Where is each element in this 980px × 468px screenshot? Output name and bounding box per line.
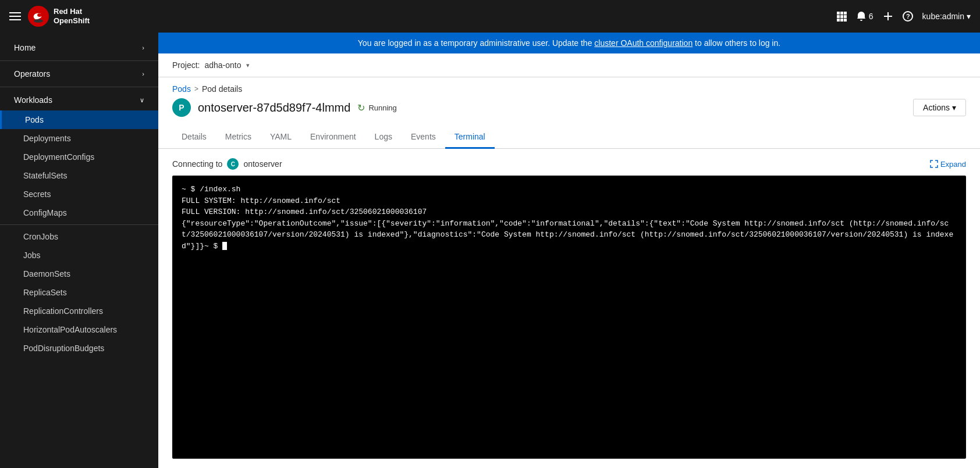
top-nav-right: 6 ? kube:admin ▾	[836, 11, 971, 22]
grid-icon	[836, 11, 847, 22]
sidebar-item-secrets[interactable]: Secrets	[0, 185, 158, 203]
svg-point-1	[34, 19, 43, 23]
svg-rect-2	[837, 12, 840, 15]
sidebar-item-home[interactable]: Home ›	[0, 37, 158, 58]
status-badge: ↻ Running	[357, 102, 396, 113]
pod-icon: P	[172, 98, 191, 117]
svg-rect-6	[840, 15, 843, 18]
sidebar-item-poddisruptionbudgets[interactable]: PodDisruptionBudgets	[0, 339, 158, 358]
info-banner: You are logged in as a temporary adminis…	[158, 33, 980, 53]
svg-rect-8	[837, 19, 840, 22]
help-icon: ?	[903, 11, 913, 22]
expand-button[interactable]: Expand	[930, 160, 966, 169]
terminal-line-3: FULL VERSION: http://snomed.info/sct/325…	[182, 206, 957, 218]
hamburger-menu[interactable]	[9, 12, 21, 20]
breadcrumb-separator: >	[194, 85, 198, 93]
terminal-line-1: ~ $ /index.sh	[182, 184, 957, 195]
sidebar-item-deploymentconfigs[interactable]: DeploymentConfigs	[0, 148, 158, 166]
notifications-button[interactable]: 6	[856, 11, 874, 22]
plus-icon	[883, 11, 893, 22]
svg-rect-10	[844, 19, 847, 22]
sidebar-item-horizontalpodautoscalers[interactable]: HorizontalPodAutoscalers	[0, 320, 158, 339]
page-title-bar: P ontoserver-87d5d89f7-4lmmd ↻ Running A…	[158, 94, 980, 126]
sidebar-item-replicasets[interactable]: ReplicaSets	[0, 283, 158, 302]
logo-text: Red Hat OpenShift	[54, 7, 90, 25]
tab-terminal[interactable]: Terminal	[445, 126, 495, 149]
sidebar-item-pods[interactable]: Pods	[0, 110, 158, 129]
svg-rect-4	[844, 12, 847, 15]
breadcrumb-current: Pod details	[202, 84, 242, 94]
svg-rect-7	[844, 15, 847, 18]
terminal-cursor	[222, 242, 227, 250]
redhat-logo-icon	[28, 6, 49, 27]
sidebar-item-workloads[interactable]: Workloads ∨	[0, 90, 158, 110]
terminal-line-2: FULL SYSTEM: http://snomed.info/sct	[182, 195, 957, 207]
bell-icon	[856, 11, 867, 22]
sidebar-item-operators[interactable]: Operators ›	[0, 63, 158, 84]
project-name: adha-onto	[204, 60, 241, 70]
terminal-section: Connecting to C ontoserver Expand ~ $ /i…	[158, 149, 980, 468]
sidebar-item-daemonsets[interactable]: DaemonSets	[0, 265, 158, 283]
home-chevron-icon: ›	[142, 44, 144, 51]
sidebar: Home › Operators › Workloads ∨ Pods Depl…	[0, 33, 158, 468]
actions-dropdown-icon: ▾	[952, 103, 956, 112]
workloads-chevron-icon: ∨	[140, 97, 144, 104]
breadcrumb-pods-link[interactable]: Pods	[172, 84, 191, 94]
running-refresh-icon: ↻	[357, 102, 365, 113]
top-navigation: Red Hat OpenShift 6 ?	[0, 0, 980, 33]
help-button[interactable]: ?	[903, 11, 913, 22]
content-area: You are logged in as a temporary adminis…	[158, 33, 980, 468]
project-dropdown-icon[interactable]: ▾	[246, 62, 250, 69]
status-text: Running	[368, 103, 396, 112]
svg-point-0	[28, 6, 49, 27]
operators-chevron-icon: ›	[142, 70, 144, 77]
tab-yaml[interactable]: YAML	[261, 126, 301, 149]
redhat-logo: Red Hat OpenShift	[28, 6, 90, 27]
tab-metrics[interactable]: Metrics	[216, 126, 261, 149]
tab-environment[interactable]: Environment	[301, 126, 365, 149]
grid-menu-button[interactable]	[836, 11, 847, 22]
tab-events[interactable]: Events	[402, 126, 445, 149]
user-menu[interactable]: kube:admin ▾	[922, 12, 971, 21]
terminal-line-4: {"resourceType":"OperationOutcome","issu…	[182, 218, 957, 252]
container-name: ontoserver	[243, 159, 282, 169]
svg-rect-5	[837, 15, 840, 18]
sidebar-item-statefulsets[interactable]: StatefulSets	[0, 166, 158, 185]
tabs-bar: Details Metrics YAML Environment Logs Ev…	[158, 126, 980, 149]
svg-rect-3	[840, 12, 843, 15]
svg-text:?: ?	[906, 13, 910, 20]
terminal-window[interactable]: ~ $ /index.sh FULL SYSTEM: http://snomed…	[172, 176, 966, 459]
sidebar-item-configmaps[interactable]: ConfigMaps	[0, 203, 158, 222]
sidebar-item-deployments[interactable]: Deployments	[0, 129, 158, 148]
tab-details[interactable]: Details	[172, 126, 216, 149]
sidebar-item-cronjobs[interactable]: CronJobs	[0, 227, 158, 246]
tab-logs[interactable]: Logs	[365, 126, 402, 149]
connecting-bar: Connecting to C ontoserver Expand	[172, 158, 966, 170]
sidebar-item-jobs[interactable]: Jobs	[0, 246, 158, 265]
container-icon: C	[227, 158, 239, 170]
oauth-config-link[interactable]: cluster OAuth configuration	[594, 38, 693, 48]
svg-rect-9	[840, 19, 843, 22]
sidebar-item-replicationcontrollers[interactable]: ReplicationControllers	[0, 302, 158, 320]
add-button[interactable]	[883, 11, 893, 22]
page-content: Project: adha-onto ▾ Pods > Pod details …	[158, 53, 980, 468]
project-bar: Project: adha-onto ▾	[158, 53, 980, 77]
pod-name-title: ontoserver-87d5d89f7-4lmmd	[198, 101, 350, 115]
expand-icon	[930, 160, 938, 168]
actions-button[interactable]: Actions ▾	[913, 99, 966, 116]
breadcrumb: Pods > Pod details	[158, 77, 980, 94]
project-label: Project:	[172, 60, 200, 70]
